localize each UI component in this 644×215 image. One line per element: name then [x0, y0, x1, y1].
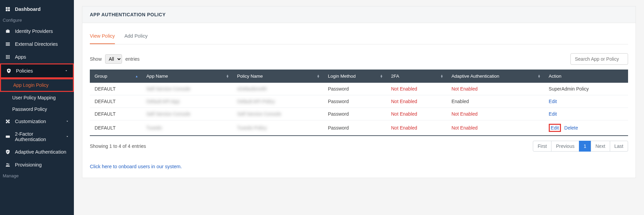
cell-adaptive: Not Enabled: [447, 120, 544, 136]
cell-group: DEFAULT: [90, 108, 142, 120]
table-row: DEFAULT Self Service Console Self Servic…: [90, 108, 628, 120]
col-2fa[interactable]: 2FA▲▼: [386, 70, 447, 83]
cell-app-name: Self Service Console: [142, 108, 233, 120]
page-next[interactable]: Next: [591, 141, 610, 152]
table-controls: Show All entries: [90, 53, 628, 65]
svg-rect-9: [9, 55, 10, 56]
cell-2fa: Not Enabled: [386, 120, 447, 136]
cell-policy-name: xDefaultxnxRt: [233, 83, 323, 95]
cell-adaptive: Not Enabled: [447, 108, 544, 120]
tab-view-policy[interactable]: View Policy: [90, 33, 115, 44]
onboard-users-link[interactable]: Click here to onboard users in our syste…: [90, 164, 182, 169]
nav-label: Identity Providers: [15, 28, 53, 34]
sort-desc-icon: ▼: [226, 76, 229, 78]
page-last[interactable]: Last: [610, 141, 628, 152]
entries-label: entries: [125, 56, 140, 62]
cell-action: SuperAdmin Policy: [544, 83, 628, 95]
cell-action: Edit Delete: [544, 120, 628, 136]
cell-group: DEFAULT: [90, 120, 142, 136]
cell-policy-name: Tuxedo Policy: [233, 120, 323, 136]
edit-link[interactable]: Edit: [549, 99, 557, 104]
col-login-method[interactable]: Login Method▲▼: [323, 70, 386, 83]
nav-external-directories[interactable]: External Directories: [0, 38, 74, 51]
cell-login-method: Password: [323, 83, 386, 95]
cell-login-method: Password: [323, 120, 386, 136]
delete-link[interactable]: Delete: [564, 125, 578, 131]
subnav-password-policy[interactable]: Password Policy: [0, 103, 74, 115]
list-icon: [5, 41, 11, 47]
cell-group: DEFAULT: [90, 95, 142, 108]
cell-adaptive: Not Enabled: [447, 83, 544, 95]
show-label: Show: [90, 56, 102, 62]
search-input[interactable]: [570, 53, 628, 65]
nav-identity-providers[interactable]: Identity Providers: [0, 25, 74, 38]
cell-2fa: Not Enabled: [386, 108, 447, 120]
cell-policy-name: Self Service Console: [233, 108, 323, 120]
svg-rect-10: [6, 57, 7, 58]
svg-rect-1: [8, 7, 10, 9]
svg-rect-11: [7, 57, 8, 58]
nav-apps[interactable]: Apps: [0, 51, 74, 63]
cell-group: DEFAULT: [90, 83, 142, 95]
svg-rect-12: [9, 57, 10, 58]
nav-adaptive-auth[interactable]: Adaptive Authentication: [0, 145, 74, 158]
grid-icon: [5, 54, 11, 60]
svg-rect-6: [6, 45, 10, 46]
table-row: DEFAULT Tuxedo Tuxedo Policy Password No…: [90, 120, 628, 136]
cell-app-name: Self Service Console: [142, 83, 233, 95]
page-title: APP AUTHENTICATION POLICY: [82, 6, 636, 23]
table-row: DEFAULT Self Service Console xDefaultxnx…: [90, 83, 628, 95]
policies-subnav: App Login Policy User Policy Mapping Pas…: [0, 78, 74, 115]
sort-desc-icon: ▼: [440, 76, 443, 78]
nav-label: Provisioning: [15, 162, 42, 168]
nav-provisioning[interactable]: Provisioning: [0, 158, 74, 171]
svg-rect-0: [6, 7, 7, 9]
tab-add-policy[interactable]: Add Policy: [124, 33, 148, 44]
nav-customization[interactable]: Customization: [0, 115, 74, 128]
nav-policies[interactable]: Policies: [1, 64, 73, 77]
col-group[interactable]: Group▲: [90, 70, 142, 83]
svg-rect-5: [6, 44, 10, 44]
nav-two-factor-auth[interactable]: 2-Factor Authentication: [0, 128, 74, 145]
cell-action: Edit: [544, 108, 628, 120]
subnav-app-login-policy[interactable]: App Login Policy: [1, 79, 73, 91]
chevron-down-icon: [65, 134, 69, 139]
entries-control: Show All entries: [90, 54, 140, 64]
page-first[interactable]: First: [533, 141, 551, 152]
svg-rect-8: [7, 55, 8, 56]
section-configure: Configure: [0, 16, 74, 25]
cell-login-method: Password: [323, 108, 386, 120]
subnav-user-policy-mapping[interactable]: User Policy Mapping: [0, 92, 74, 103]
users-icon: [5, 162, 11, 168]
main-content: APP AUTHENTICATION POLICY View Policy Ad…: [74, 0, 644, 215]
page-1[interactable]: 1: [579, 141, 591, 152]
col-action: Action: [544, 70, 628, 83]
shield-icon: [6, 68, 12, 74]
sort-desc-icon: ▼: [317, 76, 320, 78]
edit-link-highlighted[interactable]: Edit: [549, 124, 561, 132]
section-manage: Manage: [0, 171, 74, 180]
entries-select[interactable]: All: [105, 54, 122, 64]
nav-dashboard[interactable]: Dashboard: [0, 3, 74, 16]
col-adaptive-auth[interactable]: Adaptive Authentication▲▼: [447, 70, 544, 83]
app-login-policy-highlight: App Login Policy: [0, 78, 74, 92]
svg-rect-16: [6, 136, 10, 138]
cell-policy-name: Default API Policy: [233, 95, 323, 108]
nav-label: Apps: [15, 54, 26, 60]
edit-link[interactable]: Edit: [549, 111, 557, 117]
cell-2fa: Not Enabled: [386, 95, 447, 108]
footer-info: Showing 1 to 4 of 4 entries: [90, 143, 146, 149]
svg-point-17: [6, 163, 8, 164]
policies-table: Group▲ App Name▲▼ Policy Name▲▼ Login Me…: [90, 70, 628, 136]
chevron-down-icon: [64, 68, 68, 74]
policies-highlight: Policies: [0, 63, 74, 78]
col-policy-name[interactable]: Policy Name▲▼: [233, 70, 323, 83]
cell-app-name: Default API App: [142, 95, 233, 108]
dashboard-icon: [5, 6, 11, 12]
cell-login-method: Password: [323, 95, 386, 108]
page-previous[interactable]: Previous: [551, 141, 579, 152]
svg-rect-15: [9, 58, 10, 59]
sort-desc-icon: ▼: [538, 76, 541, 78]
nav-label: 2-Factor Authentication: [15, 131, 65, 142]
col-app-name[interactable]: App Name▲▼: [142, 70, 233, 83]
